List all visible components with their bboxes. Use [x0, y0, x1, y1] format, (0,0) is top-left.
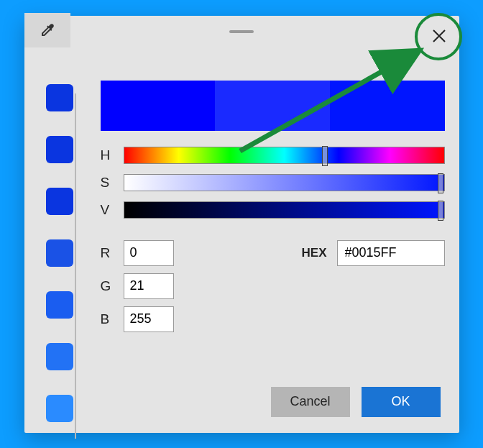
g-input[interactable] — [124, 273, 174, 299]
hex-input[interactable] — [337, 240, 445, 266]
saturation-label: S — [101, 175, 114, 191]
hex-row: HEX — [302, 240, 445, 266]
value-slider[interactable] — [124, 201, 445, 219]
swatch-3[interactable] — [46, 239, 73, 267]
rgb-column: R G B — [101, 240, 174, 332]
r-row: R — [101, 240, 174, 266]
ok-button[interactable]: OK — [362, 387, 441, 417]
dialog-buttons: Cancel OK — [101, 378, 445, 426]
color-preview[interactable] — [101, 81, 445, 131]
swatch-2[interactable] — [46, 188, 73, 215]
title-bar — [24, 16, 459, 45]
swatch-5[interactable] — [46, 343, 73, 370]
cancel-button[interactable]: Cancel — [271, 387, 350, 417]
preview-new — [330, 81, 445, 131]
swatch-6[interactable] — [46, 395, 73, 422]
dialog-content: H S V R — [24, 45, 459, 433]
value-thumb[interactable] — [438, 201, 443, 221]
g-label: G — [101, 278, 114, 294]
main-panel: H S V R — [86, 45, 452, 426]
swatch-1[interactable] — [46, 136, 73, 163]
g-row: G — [101, 273, 174, 299]
recent-swatches — [24, 45, 86, 426]
preview-old — [101, 81, 216, 131]
numeric-inputs: R G B HEX — [101, 240, 445, 332]
close-icon — [433, 29, 446, 42]
r-input[interactable] — [124, 240, 174, 266]
swatch-4[interactable] — [46, 291, 73, 319]
swatch-divider — [75, 93, 76, 439]
r-label: R — [101, 245, 114, 261]
eyedropper-icon — [39, 22, 56, 39]
swatch-0[interactable] — [46, 84, 73, 111]
saturation-row: S — [101, 174, 445, 191]
hue-row: H — [101, 147, 445, 164]
eyedropper-tool[interactable] — [24, 13, 70, 47]
hue-thumb[interactable] — [322, 146, 328, 166]
b-row: B — [101, 306, 174, 332]
hex-label: HEX — [302, 246, 327, 260]
drag-handle[interactable] — [229, 30, 254, 33]
preview-mid — [215, 81, 330, 131]
b-label: B — [101, 311, 114, 327]
saturation-slider[interactable] — [124, 174, 445, 191]
hue-label: H — [101, 147, 114, 163]
saturation-thumb[interactable] — [438, 173, 443, 193]
color-picker-dialog: H S V R — [24, 16, 459, 433]
hue-slider[interactable] — [124, 147, 445, 164]
value-row: V — [101, 201, 445, 219]
value-label: V — [101, 202, 114, 218]
close-button[interactable] — [426, 23, 452, 49]
b-input[interactable] — [124, 306, 174, 332]
